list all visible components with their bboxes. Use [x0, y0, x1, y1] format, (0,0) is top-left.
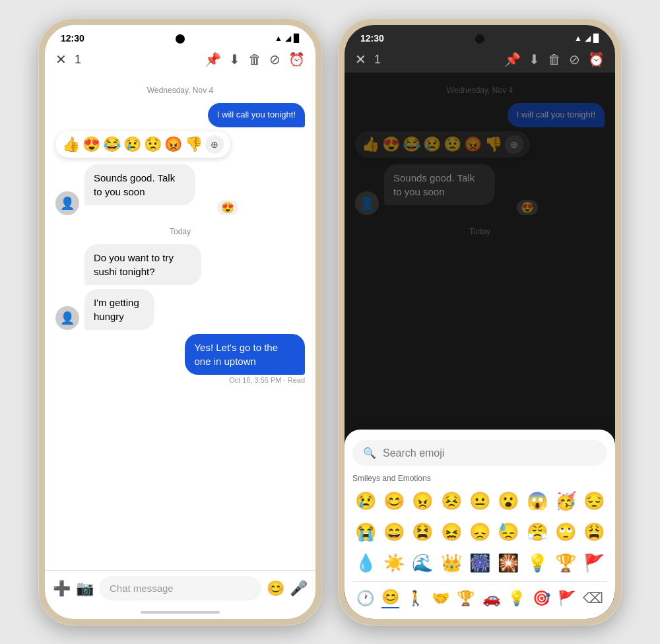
emoji-cell[interactable]: 😭: [352, 519, 378, 545]
received-bubble-2: Do you want to try sushi tonight?: [84, 244, 201, 285]
emoji-cell[interactable]: 🚩: [581, 550, 607, 576]
snooze-icon[interactable]: ⏰: [288, 51, 305, 67]
camera-icon[interactable]: 📷: [76, 580, 94, 597]
emoji-cell[interactable]: 😢: [352, 488, 378, 514]
emoji-icon[interactable]: 😊: [267, 580, 284, 597]
add-reaction-button[interactable]: ⊕: [205, 135, 224, 154]
emoji-cat-smileys[interactable]: 😊: [381, 589, 399, 608]
msg-row-received-3: 👤 I'm getting hungry: [55, 289, 305, 330]
msg-meta: Oct 16, 3:55 PM · Read: [229, 376, 305, 384]
wifi-icon-dark: ▲: [574, 34, 582, 43]
emoji-cell[interactable]: 😄: [381, 519, 407, 545]
date-divider-1: Wednesday, Nov 4: [55, 86, 305, 95]
pin-icon[interactable]: 📌: [205, 51, 221, 67]
delete-icon-dark[interactable]: 🗑: [548, 52, 561, 67]
reaction-row: 👍 😍 😂 😢 😟 😡 👎 ⊕: [55, 131, 305, 160]
emoji-cell[interactable]: 😮: [496, 488, 521, 514]
emoji-cell[interactable]: 😔: [581, 488, 607, 514]
react-laugh[interactable]: 😂: [103, 136, 121, 153]
emoji-bottom-bar: 🕐 😊 🚶 🤝 🏆 🚗 💡 🎯 🚩 ⌫: [352, 581, 607, 608]
emoji-picker: 🔍 Smileys and Emotions 😢 😊 😠 😣 😐 😮 😱 🥳 😔…: [345, 430, 615, 619]
react-sad[interactable]: 😟: [144, 136, 162, 153]
emoji-cell[interactable]: 🥳: [552, 488, 578, 514]
action-bar: ✕ 1 📌 ⬇ 🗑 ⊘ ⏰: [45, 46, 315, 73]
signal-icon-dark: ◢: [585, 34, 591, 43]
close-button-dark[interactable]: ✕: [355, 51, 366, 67]
emoji-grid-row3: 💧 ☀️ 🌊 👑 🎆 🎇 💡 🏆 🚩: [352, 550, 607, 576]
emoji-cell[interactable]: 🌊: [410, 550, 436, 576]
emoji-cell[interactable]: 😣: [438, 488, 464, 514]
emoji-cell[interactable]: 💡: [524, 550, 550, 576]
emoji-cell[interactable]: 😖: [438, 519, 464, 545]
reaction-picker: 👍 😍 😂 😢 😟 😡 👎 ⊕: [55, 131, 230, 158]
emoji-cat-people[interactable]: 🚶: [407, 590, 424, 607]
react-angry[interactable]: 😡: [164, 136, 182, 153]
camera-dot: [176, 34, 185, 44]
emoji-cell[interactable]: 🙄: [552, 519, 578, 545]
emoji-cell[interactable]: ☀️: [381, 550, 407, 576]
emoji-cell[interactable]: 😩: [581, 519, 607, 545]
pin-icon-dark[interactable]: 📌: [504, 51, 521, 67]
avatar-2: 👤: [55, 306, 79, 330]
delete-icon[interactable]: 🗑: [248, 52, 261, 67]
emoji-category-label: Smileys and Emotions: [352, 474, 607, 483]
emoji-cat-handshake[interactable]: 🤝: [432, 590, 449, 607]
emoji-backspace[interactable]: ⌫: [583, 590, 603, 607]
emoji-cat-symbols[interactable]: 🎯: [533, 590, 550, 607]
archive-icon-dark[interactable]: ⬇: [529, 51, 540, 67]
status-icons-dark: ▲ ◢ ▉: [574, 34, 599, 43]
emoji-search-input[interactable]: [383, 447, 597, 459]
react-heart-eyes[interactable]: 😍: [82, 136, 100, 153]
emoji-cell[interactable]: 😫: [410, 519, 436, 545]
close-button[interactable]: ✕: [55, 51, 67, 67]
status-time-dark: 12:30: [360, 33, 384, 44]
archive-icon[interactable]: ⬇: [229, 51, 240, 67]
messages-area: Wednesday, Nov 4 I will call you tonight…: [45, 73, 315, 570]
block-icon-dark[interactable]: ⊘: [569, 51, 580, 67]
emoji-cell[interactable]: 😱: [524, 488, 550, 514]
action-bar-dark: ✕ 1 📌 ⬇ 🗑 ⊘ ⏰: [345, 46, 615, 73]
camera-dot-dark: [475, 34, 484, 44]
home-indicator: [141, 611, 220, 614]
emoji-cell[interactable]: 🎆: [467, 550, 492, 576]
bubble-wrapper-2: Do you want to try sushi tonight?: [84, 244, 247, 285]
emoji-search-bar: 🔍: [352, 440, 607, 466]
react-cry[interactable]: 😢: [123, 136, 141, 153]
emoji-cell[interactable]: 😊: [381, 488, 407, 514]
battery-icon-dark: ▉: [593, 34, 599, 43]
emoji-cat-flag[interactable]: 🚩: [558, 590, 576, 607]
emoji-cat-trophy[interactable]: 🏆: [457, 590, 475, 607]
msg-row-received-1: 👤 Sounds good. Talk to you soon 😍: [55, 164, 305, 215]
emoji-cat-transport[interactable]: 🚗: [482, 590, 500, 607]
selection-count: 1: [75, 53, 197, 67]
emoji-cell[interactable]: 💧: [352, 550, 378, 576]
react-thumbsdown[interactable]: 👎: [185, 136, 203, 153]
input-bar: ➕ 📷 Chat message 😊 🎤: [45, 570, 315, 608]
emoji-cat-bulb[interactable]: 💡: [508, 590, 525, 607]
battery-icon: ▉: [294, 34, 300, 43]
emoji-cell[interactable]: 🏆: [552, 550, 578, 576]
emoji-cat-recent[interactable]: 🕐: [356, 590, 374, 607]
phone-screen-light: 12:30 ▲ ◢ ▉ ✕ 1 📌 ⬇ 🗑 ⊘ ⏰ Wednesday, Nov…: [45, 25, 315, 619]
bubble-wrapper-1: Sounds good. Talk to you soon 😍: [84, 164, 238, 215]
bubble-wrapper-3: I'm getting hungry: [84, 289, 182, 330]
mic-icon[interactable]: 🎤: [290, 580, 308, 597]
emoji-cell[interactable]: 😠: [410, 488, 436, 514]
snooze-icon-dark[interactable]: ⏰: [588, 51, 605, 67]
react-thumbsup[interactable]: 👍: [62, 136, 80, 153]
emoji-grid-row2: 😭 😄 😫 😖 😞 😓 😤 🙄 😩: [352, 519, 607, 545]
date-divider-2: Today: [55, 227, 305, 236]
block-icon[interactable]: ⊘: [269, 51, 280, 67]
selection-count-dark: 1: [374, 53, 496, 67]
emoji-cell[interactable]: 😞: [467, 519, 492, 545]
emoji-cell[interactable]: 🎇: [496, 550, 521, 576]
status-time: 12:30: [61, 33, 84, 44]
emoji-cell[interactable]: 😤: [524, 519, 550, 545]
emoji-cell[interactable]: 😓: [496, 519, 521, 545]
add-attachment-icon[interactable]: ➕: [53, 580, 71, 597]
chat-input[interactable]: Chat message: [99, 576, 261, 600]
search-icon: 🔍: [363, 447, 376, 459]
emoji-cell[interactable]: 😐: [467, 488, 492, 514]
emoji-cell[interactable]: 👑: [438, 550, 464, 576]
msg-row-sent-1: I will call you tonight!: [55, 103, 305, 127]
